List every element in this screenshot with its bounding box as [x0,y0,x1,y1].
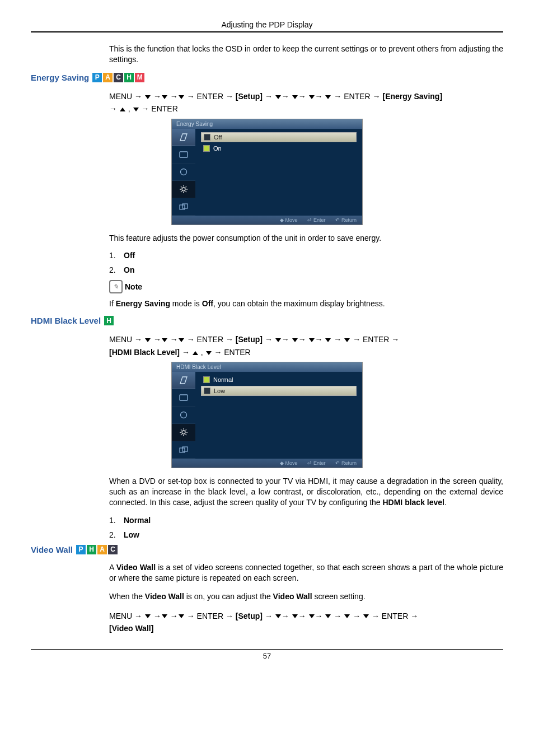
svg-line-9 [181,191,182,192]
energy-list: 1.Off 2.On [109,251,503,274]
hdmi-list: 1.Normal 2.Low [109,516,503,539]
svg-point-15 [182,431,185,434]
arrow-down-icon [145,338,151,342]
nav-setup: [Setup] [236,335,263,344]
osd-option-label: Off [214,134,222,141]
arrow-down-icon [325,614,331,618]
list-item: 1.Off [109,251,503,260]
svg-rect-0 [180,152,188,157]
header-divider [31,31,503,32]
osd-tab-input-icon [172,129,195,146]
nav-setup: [Setup] [236,92,263,101]
arrow-down-icon [309,614,315,618]
arrow-down-icon [275,95,281,99]
arrow-down-icon [162,338,167,342]
nav-target: [Video Wall] [109,624,153,633]
svg-line-8 [186,191,187,192]
osd-tab-sound-icon [172,407,195,424]
note-label: ✎ Note [109,280,503,293]
page-number: 57 [31,652,503,660]
svg-line-10 [186,186,187,188]
osd-option-label: Low [214,388,225,394]
osd-sidebar [172,372,195,459]
section-title-text: Video Wall [31,545,73,554]
osd-tab-multi-icon [172,441,195,459]
osd-titlebar: Energy Saving [172,119,362,129]
osd-tab-multi-icon [172,198,195,216]
osd-footer-enter: Enter [313,460,326,466]
badge-group: P H A C [76,545,118,554]
arrow-down-icon [133,108,139,111]
osd-main: Off On [195,129,362,216]
osd-sidebar [172,129,195,216]
osd-energy-saving: Energy Saving Off On ◆ Move ⏎ Enter ↶ Re… [171,119,363,225]
badge-c-icon: C [108,545,118,554]
section-video-wall: Video Wall P H A C [31,545,503,554]
badge-p-icon: P [92,73,102,82]
page-header: Adjusting the PDP Display [31,20,503,29]
note-block: ✎ Note If Energy Saving mode is Off, you… [109,280,503,308]
list-item: 2.Low [109,530,503,539]
list-item: 1.Normal [109,516,503,525]
osd-option-label: On [213,145,222,152]
badge-c-icon: C [114,73,123,82]
nav-sequence-energy: MENU → → → → ENTER → [Setup] → → → → → E… [109,90,503,115]
svg-point-14 [181,412,187,418]
badge-a-icon: A [103,73,113,82]
svg-line-21 [186,435,187,436]
checkbox-checked-icon [203,145,210,152]
arrow-down-icon [179,614,184,618]
videowall-p2: When the Video Wall is on, you can adjus… [109,591,503,602]
section-energy-saving: Energy Saving P A C H M [31,73,503,82]
arrow-down-icon [179,95,184,99]
svg-line-22 [181,435,182,436]
list-item-label: Off [124,251,135,260]
osd-tab-setup-icon [172,424,195,441]
badge-group: H [104,316,114,325]
osd-main: Normal Low [195,372,362,459]
svg-point-1 [181,169,187,175]
osd-option-on: On [201,144,357,153]
intro-text: This is the function that locks the OSD … [109,44,503,65]
osd-footer-move: Move [285,217,297,223]
svg-line-23 [186,430,187,431]
badge-h-icon: H [104,316,114,325]
osd-tab-picture-icon [172,389,195,407]
arrow-down-icon [325,95,331,99]
energy-desc: This feature adjusts the power consumpti… [109,233,503,244]
osd-footer-return: Return [341,217,357,223]
osd-option-label: Normal [213,376,233,383]
badge-p-icon: P [76,545,86,554]
osd-option-off: Off [201,132,357,142]
section-title-text: Energy Saving [31,73,89,82]
checkbox-icon [204,134,210,141]
arrow-down-icon [179,338,184,342]
osd-tab-picture-icon [172,146,195,164]
osd-footer-enter: Enter [313,217,326,223]
arrow-down-icon [145,614,151,618]
arrow-down-icon [162,614,167,618]
arrow-up-icon [193,351,198,355]
arrow-down-icon [275,338,281,342]
list-item-label: Low [124,530,139,539]
arrow-down-icon [162,95,167,99]
arrow-down-icon [292,338,298,342]
osd-option-normal: Normal [201,375,357,384]
arrow-down-icon [309,338,315,342]
checkbox-icon [204,388,210,394]
nav-target: [HDMI Black Level] [109,348,180,357]
arrow-down-icon [363,614,369,618]
badge-h-icon: H [87,545,96,554]
osd-footer-return: Return [341,460,357,466]
checkbox-checked-icon [203,376,210,383]
arrow-up-icon [120,108,125,111]
section-hdmi-black-level: HDMI Black Level H [31,316,503,325]
arrow-down-icon [325,338,331,342]
nav-target: [Energy Saving] [382,92,442,101]
osd-hdmi-black-level: HDMI Black Level Normal Low ◆ Move ⏎ Ent… [171,362,363,468]
badge-a-icon: A [97,545,107,554]
nav-setup: [Setup] [236,612,263,620]
osd-tab-setup-icon [172,181,195,198]
arrow-down-icon [344,614,350,618]
arrow-down-icon [344,338,350,342]
